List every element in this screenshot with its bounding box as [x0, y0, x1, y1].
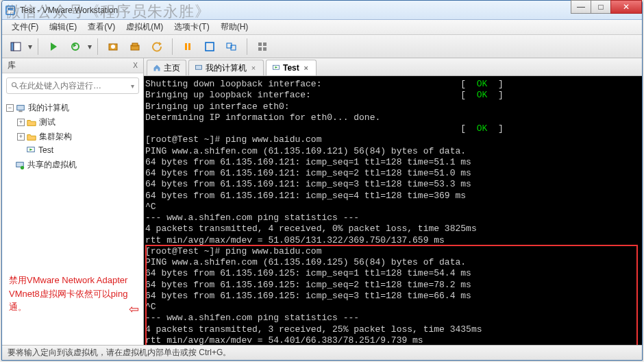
dropdown-icon[interactable]: ▾	[131, 82, 134, 90]
titlebar[interactable]: Test - VMware Workstation — □ ✕	[2, 1, 642, 20]
vm-icon	[272, 64, 280, 72]
svg-point-29	[21, 165, 24, 169]
power-on-icon[interactable]	[44, 38, 63, 56]
annotation-text: 禁用VMware Network Adapter VMnet8虚拟网卡依然可以p…	[9, 274, 139, 319]
tree-node-test-vm[interactable]: Test	[3, 144, 142, 156]
thumbnail-icon[interactable]	[253, 38, 272, 56]
vm-icon	[26, 145, 36, 155]
svg-marker-5	[51, 43, 57, 51]
revert-icon[interactable]	[147, 38, 166, 56]
svg-rect-13	[185, 43, 187, 50]
menu-file[interactable]: 文件(F)	[6, 20, 44, 34]
main-area: 库 X ▾ − 我的计算机 + 测试 +	[2, 58, 642, 345]
tree-label: Test	[38, 145, 53, 155]
fullscreen-icon[interactable]	[200, 38, 219, 56]
snapshot-icon[interactable]	[103, 38, 123, 56]
folder-icon	[27, 132, 36, 142]
tree-node-mypc[interactable]: − 我的计算机	[3, 101, 142, 115]
computer-icon	[16, 104, 25, 113]
tab-label: 主页	[164, 62, 180, 74]
folder-icon	[27, 118, 36, 128]
collapse-icon[interactable]: −	[6, 104, 14, 112]
toolbar: ▾ ▾	[2, 35, 642, 58]
tab-close-icon[interactable]: ×	[249, 64, 258, 72]
app-icon	[5, 5, 16, 16]
snapshot-manage-icon[interactable]	[125, 38, 145, 56]
menu-view[interactable]: 查看(V)	[82, 20, 121, 34]
tab-label: Test	[283, 63, 299, 73]
tab-mypc[interactable]: 我的计算机 ×	[188, 60, 264, 75]
menubar: 文件(F) 编辑(E) 查看(V) 虚拟机(M) 选项卡(T) 帮助(H)	[2, 20, 642, 35]
library-toggle-icon[interactable]	[6, 38, 25, 56]
svg-point-22	[12, 83, 16, 87]
window-title: Test - VMware Workstation	[20, 5, 639, 15]
status-text: 要将输入定向到该虚拟机，请在虚拟机内部单击或按 Ctrl+G。	[8, 347, 231, 359]
svg-rect-2	[8, 8, 13, 10]
svg-rect-15	[206, 43, 214, 51]
svg-rect-25	[18, 110, 22, 112]
svg-point-6	[72, 43, 79, 50]
svg-point-9	[111, 45, 115, 49]
shared-vm-icon	[15, 160, 25, 170]
highlight-box	[145, 245, 638, 345]
menu-tabs[interactable]: 选项卡(T)	[169, 20, 214, 34]
sidebar-close-icon[interactable]: X	[133, 62, 138, 69]
svg-line-23	[16, 86, 18, 89]
svg-rect-18	[258, 43, 262, 46]
search-input[interactable]	[19, 81, 131, 90]
tree-label: 我的计算机	[28, 102, 69, 114]
tree-label: 集群架构	[39, 131, 72, 143]
tabbar: 主页 我的计算机 × Test ×	[144, 58, 642, 76]
home-icon	[153, 64, 161, 72]
search-box[interactable]: ▾	[6, 77, 139, 94]
statusbar: 要将输入定向到该虚拟机，请在虚拟机内部单击或按 Ctrl+G。	[2, 345, 642, 360]
separator	[172, 38, 173, 55]
menu-edit[interactable]: 编辑(E)	[44, 20, 82, 34]
tree-node-cluster-folder[interactable]: + 集群架构	[3, 130, 142, 144]
dropdown-icon[interactable]: ▾	[28, 42, 32, 51]
svg-rect-19	[263, 43, 267, 46]
app-window: Test - VMware Workstation — □ ✕ 文件(F) 编辑…	[1, 0, 643, 361]
sidebar: 库 X ▾ − 我的计算机 + 测试 +	[2, 58, 144, 345]
dropdown-icon[interactable]: ▾	[88, 42, 92, 51]
search-icon	[11, 82, 19, 90]
svg-rect-11	[132, 43, 138, 46]
terminal-console[interactable]: Shutting down loopback interface: [ OK ]…	[144, 76, 642, 345]
separator	[97, 38, 98, 55]
svg-rect-24	[17, 105, 25, 110]
minimize-button[interactable]: —	[571, 0, 591, 14]
library-tree: − 我的计算机 + 测试 + 集群架构 Test	[2, 98, 143, 175]
pause-icon[interactable]	[178, 38, 197, 56]
arrow-left-icon: ⇦	[129, 300, 139, 319]
menu-help[interactable]: 帮助(H)	[215, 20, 254, 34]
tree-node-test-folder[interactable]: + 测试	[3, 115, 142, 130]
unity-icon[interactable]	[222, 38, 241, 56]
menu-vm[interactable]: 虚拟机(M)	[121, 20, 169, 34]
svg-rect-14	[188, 43, 190, 50]
maximize-button[interactable]: □	[591, 0, 611, 14]
svg-rect-20	[258, 47, 262, 51]
separator	[38, 38, 38, 55]
close-button[interactable]: ✕	[610, 0, 642, 14]
svg-rect-3	[11, 43, 14, 51]
tab-test[interactable]: Test ×	[266, 60, 317, 75]
tab-close-icon[interactable]: ×	[302, 64, 310, 72]
tab-home[interactable]: 主页	[147, 60, 186, 75]
sidebar-header: 库 X	[2, 58, 143, 73]
tree-label: 共享的虚拟机	[27, 159, 77, 171]
power-cycle-icon[interactable]	[66, 38, 85, 56]
svg-rect-4	[14, 43, 21, 51]
sidebar-title: 库	[8, 60, 16, 71]
svg-marker-12	[159, 42, 162, 46]
expand-icon[interactable]: +	[17, 119, 25, 126]
separator	[247, 38, 247, 55]
svg-rect-30	[196, 65, 202, 69]
computer-icon	[195, 64, 203, 72]
expand-icon[interactable]: +	[17, 133, 25, 141]
content-area: 主页 我的计算机 × Test × Shutting down loopback…	[144, 58, 642, 345]
tree-label: 测试	[39, 117, 55, 128]
tab-label: 我的计算机	[206, 62, 247, 74]
svg-rect-21	[263, 47, 267, 51]
tree-node-shared[interactable]: 共享的虚拟机	[3, 158, 142, 172]
